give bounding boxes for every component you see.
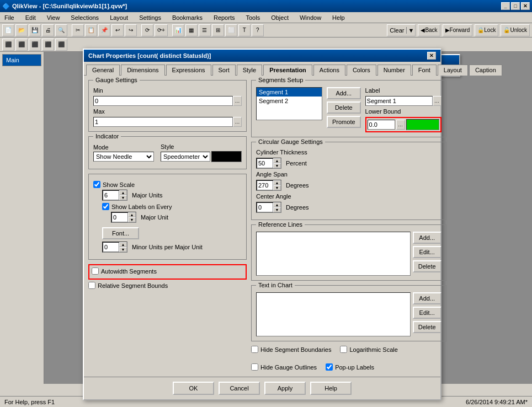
relative-segment-checkbox[interactable]: [88, 282, 95, 289]
tab-sort[interactable]: Sort: [212, 65, 236, 76]
minor-units-input[interactable]: [103, 242, 119, 252]
clear-button[interactable]: Clear ▼: [387, 24, 416, 36]
logarithmic-checkbox[interactable]: [340, 346, 347, 353]
open-button[interactable]: 📂: [15, 24, 28, 36]
max-input[interactable]: [93, 117, 233, 127]
new-button[interactable]: 📄: [2, 24, 14, 36]
add-segment-button[interactable]: Add...: [327, 87, 361, 99]
menu-settings[interactable]: Settings: [137, 14, 163, 22]
minimize-button[interactable]: _: [501, 2, 510, 10]
tb2-btn2[interactable]: ⬛: [15, 39, 28, 51]
minor-units-up[interactable]: ▲: [119, 242, 127, 247]
segment-color-box[interactable]: [406, 119, 439, 130]
text-add-button[interactable]: Add...: [413, 292, 441, 304]
menu-view[interactable]: View: [45, 14, 62, 22]
ref-add-button[interactable]: Add...: [413, 232, 441, 244]
sidebar-item-main[interactable]: Main: [2, 54, 41, 66]
copy-button[interactable]: 📋: [85, 24, 97, 36]
min-input[interactable]: [93, 96, 233, 106]
hide-segment-checkbox[interactable]: [251, 346, 258, 353]
cancel-button[interactable]: Cancel: [219, 382, 260, 395]
multibox-button[interactable]: ⊞: [212, 24, 224, 36]
major-units-up[interactable]: ▲: [119, 190, 127, 195]
show-labels-checkbox[interactable]: [102, 203, 109, 210]
angle-span-up[interactable]: ▲: [273, 180, 281, 185]
help-button[interactable]: Help: [310, 382, 352, 395]
restore-button[interactable]: □: [511, 2, 520, 10]
min-ellipsis-button[interactable]: …: [233, 96, 242, 106]
menu-window[interactable]: Window: [297, 14, 323, 22]
tb2-btn3[interactable]: ⬛: [29, 39, 41, 51]
listbox-button[interactable]: ☰: [199, 24, 211, 36]
chart-button[interactable]: 📊: [172, 24, 184, 36]
print-button[interactable]: 🖨: [42, 24, 54, 36]
tb2-btn5[interactable]: ⬛: [55, 39, 67, 51]
angle-span-down[interactable]: ▼: [273, 185, 281, 190]
reload-button[interactable]: ⟳: [141, 24, 153, 36]
font-button[interactable]: Font...: [102, 227, 139, 239]
save-button[interactable]: 💾: [29, 24, 41, 36]
angle-span-input[interactable]: [257, 180, 273, 190]
major-unit-down[interactable]: ▼: [128, 217, 136, 222]
text-delete-button[interactable]: Delete: [413, 321, 441, 333]
tab-actions[interactable]: Actions: [313, 65, 345, 76]
help-button[interactable]: ?: [252, 24, 264, 36]
ref-edit-button[interactable]: Edit...: [413, 246, 441, 258]
promote-segment-button[interactable]: Promote: [327, 116, 361, 128]
tab-style[interactable]: Style: [237, 65, 262, 76]
ok-button[interactable]: OK: [173, 382, 214, 395]
tab-caption[interactable]: Caption: [469, 65, 502, 76]
tab-presentation[interactable]: Presentation: [263, 65, 312, 76]
text-tool[interactable]: T: [238, 24, 251, 36]
cylinder-thickness-up[interactable]: ▲: [273, 158, 281, 163]
tab-colors[interactable]: Colors: [347, 65, 376, 76]
major-unit-up[interactable]: ▲: [128, 212, 136, 217]
cylinder-thickness-input[interactable]: [257, 158, 273, 168]
show-scale-checkbox[interactable]: [93, 181, 100, 188]
cylinder-thickness-down[interactable]: ▼: [273, 163, 281, 168]
lock-button[interactable]: 🔒 Lock: [475, 24, 498, 36]
table-button[interactable]: ▦: [185, 24, 198, 36]
delete-segment-button[interactable]: Delete: [327, 101, 361, 114]
max-ellipsis-button[interactable]: …: [233, 117, 242, 127]
hide-gauge-checkbox[interactable]: [251, 363, 258, 371]
menu-object[interactable]: Object: [269, 14, 291, 22]
preview-button[interactable]: 🔍: [55, 24, 67, 36]
popup-labels-checkbox[interactable]: [326, 363, 333, 371]
partial-reload-button[interactable]: ⟳+: [155, 24, 168, 36]
center-angle-up[interactable]: ▲: [273, 202, 281, 207]
minor-units-down[interactable]: ▼: [119, 247, 127, 252]
tab-layout[interactable]: Layout: [438, 65, 468, 76]
autowidth-checkbox[interactable]: [92, 267, 99, 275]
menu-bookmarks[interactable]: Bookmarks: [170, 14, 205, 22]
segment-item-2[interactable]: Segment 2: [257, 97, 322, 105]
label-ellipsis-button[interactable]: …: [433, 96, 441, 106]
close-button[interactable]: ✕: [521, 2, 530, 10]
label-input[interactable]: [365, 96, 433, 106]
menu-file[interactable]: File: [2, 14, 17, 22]
lower-bound-ellipsis-button[interactable]: …: [396, 120, 405, 130]
back-button[interactable]: ◀ Back: [418, 24, 440, 36]
dialog-close-button[interactable]: ✕: [427, 52, 436, 60]
button-tool[interactable]: ⬜: [225, 24, 237, 36]
unlock-button[interactable]: 🔓 Unlock: [501, 24, 530, 36]
center-angle-input[interactable]: [257, 202, 273, 212]
tab-expressions[interactable]: Expressions: [166, 65, 211, 76]
tab-dimensions[interactable]: Dimensions: [121, 65, 164, 76]
segments-listbox[interactable]: Segment 1 Segment 2: [256, 87, 322, 120]
style-select[interactable]: Speedometer Cylinder: [161, 152, 210, 162]
paste-button[interactable]: 📌: [98, 24, 110, 36]
mode-select[interactable]: Show Needle Show Bar Show Marker: [93, 152, 154, 162]
tb2-btn4[interactable]: ⬛: [42, 39, 54, 51]
menu-selections[interactable]: Selections: [68, 14, 101, 22]
menu-edit[interactable]: Edit: [23, 14, 38, 22]
apply-button[interactable]: Apply: [264, 382, 306, 395]
menu-reports[interactable]: Reports: [211, 14, 237, 22]
center-angle-down[interactable]: ▼: [273, 207, 281, 212]
clear-dropdown-icon[interactable]: ▼: [406, 27, 415, 34]
major-unit-input[interactable]: [111, 212, 128, 222]
major-units-down[interactable]: ▼: [119, 195, 127, 200]
major-units-input[interactable]: [103, 190, 119, 200]
redo-button[interactable]: ↪: [125, 24, 137, 36]
menu-layout[interactable]: Layout: [108, 14, 130, 22]
